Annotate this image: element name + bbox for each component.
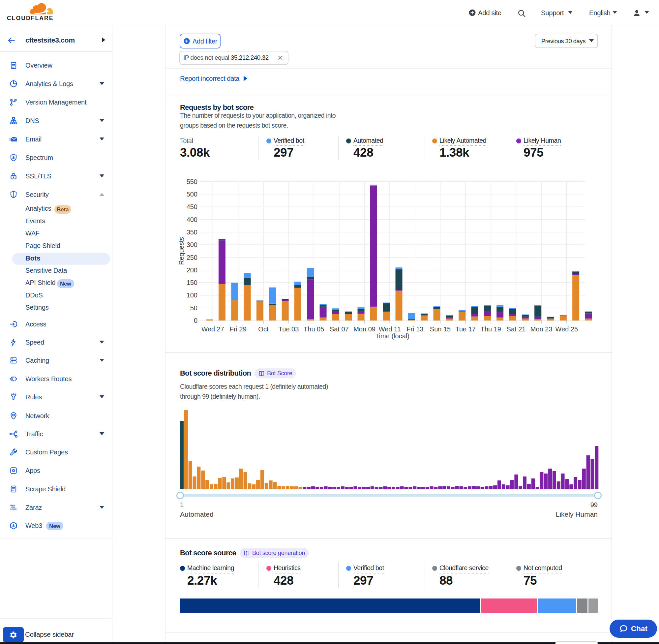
- svg-text:Thu 05: Thu 05: [304, 325, 324, 333]
- svg-text:550: 550: [187, 178, 197, 185]
- svg-text:300: 300: [187, 241, 197, 248]
- svg-text:Mon 23: Mon 23: [531, 325, 552, 333]
- svg-text:Sat 07: Sat 07: [330, 325, 349, 333]
- svg-text:Mon 09: Mon 09: [353, 325, 376, 333]
- svg-text:50: 50: [190, 304, 197, 312]
- svg-text:100: 100: [187, 292, 197, 299]
- svg-text:0: 0: [194, 317, 197, 324]
- svg-text:Time (local): Time (local): [375, 332, 409, 340]
- svg-text:Thu 19: Thu 19: [481, 325, 501, 333]
- svg-text:400: 400: [187, 216, 197, 223]
- svg-text:Wed 27: Wed 27: [202, 325, 224, 333]
- svg-text:500: 500: [187, 190, 197, 198]
- svg-text:Fri 13: Fri 13: [406, 325, 423, 333]
- svg-text:Wed 11: Wed 11: [379, 325, 401, 333]
- svg-text:250: 250: [187, 254, 197, 261]
- svg-text:Oct: Oct: [258, 325, 269, 333]
- svg-text:150: 150: [187, 279, 197, 286]
- svg-text:Tue 03: Tue 03: [279, 325, 299, 333]
- svg-text:450: 450: [187, 203, 197, 210]
- svg-text:200: 200: [187, 267, 197, 274]
- svg-text:Tue 17: Tue 17: [455, 325, 476, 333]
- svg-text:Requests: Requests: [178, 237, 185, 265]
- svg-text:350: 350: [187, 229, 197, 236]
- svg-text:Sun 15: Sun 15: [430, 325, 451, 333]
- svg-text:Fri 29: Fri 29: [230, 325, 246, 333]
- svg-text:Wed 25: Wed 25: [556, 325, 578, 333]
- svg-text:Sat 21: Sat 21: [507, 325, 526, 333]
